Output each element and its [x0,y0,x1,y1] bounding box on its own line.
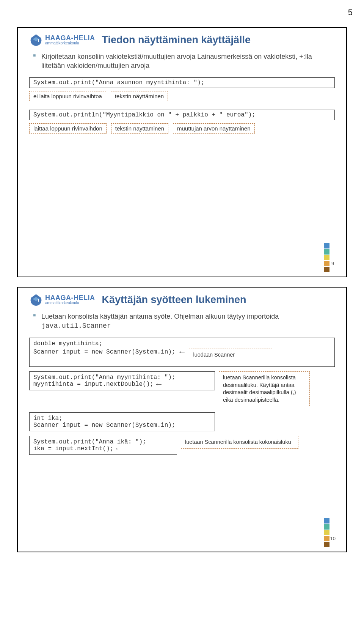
code-block: System.out.print("Anna asunnon myyntihin… [29,77,335,88]
logo: HAAGA-HELIA ammattikorkeakoulu [29,293,95,307]
bullet-text: Luetaan konsolista käyttäjän antama syöt… [41,313,279,320]
logo-sub-text: ammattikorkeakoulu [45,41,95,45]
annotation-box: ei laita loppuun rivinvaihtoa [29,91,106,101]
annotation-box: muuttujan arvon näyttäminen [173,123,254,134]
slide-header: HAAGA-HELIA ammattikorkeakoulu Käyttäjän… [29,293,335,307]
code-line: System.out.print("Anna myyntihinta: "); [33,374,211,381]
logo-icon [29,293,43,307]
code-line: ika = input.nextInt(); [33,445,113,452]
annotation-box: tekstin näyttäminen [111,91,168,101]
annotation-box: luetaan Scannerilla konsolista desimaali… [219,371,310,406]
arrow-icon: ← [114,445,123,452]
slide-number: 9 [330,261,336,266]
code-line: double myyntihinta; [33,340,331,347]
annotation-box: luodaan Scanner [189,349,272,362]
logo-main-text: HAAGA-HELIA [45,35,95,41]
bullet-item: Kirjoitetaan konsoliin vakiotekstiä/muut… [33,52,335,71]
logo-sub-text: ammattikorkeakoulu [45,301,95,305]
slide-2: HAAGA-HELIA ammattikorkeakoulu Käyttäjän… [17,287,347,552]
annotation-box: laittaa loppuun rivinvaihdon [29,123,107,134]
slide-title: Tiedon näyttäminen käyttäjälle [102,34,251,46]
code-line: Scanner input = new Scanner(System.in); [33,422,211,429]
code-block: System.out.println("Myyntipalkkio on " +… [29,110,335,120]
code-block: double myyntihinta; Scanner input = new … [29,338,335,367]
svg-rect-1 [38,299,39,302]
slide-header: HAAGA-HELIA ammattikorkeakoulu Tiedon nä… [29,33,335,47]
annotation-box: tekstin näyttäminen [111,123,168,134]
logo: HAAGA-HELIA ammattikorkeakoulu [29,33,95,47]
logo-main-text: HAAGA-HELIA [45,294,95,301]
slide-1: HAAGA-HELIA ammattikorkeakoulu Tiedon nä… [17,27,347,277]
slide-number: 10 [330,536,336,541]
slide-title: Käyttäjän syötteen lukeminen [102,294,246,306]
slide-accent-squares: 10 [324,518,336,547]
svg-rect-0 [38,39,39,42]
code-block: int ika; Scanner input = new Scanner(Sys… [29,412,215,431]
logo-icon [29,33,43,47]
page-number-top: 5 [0,0,364,17]
code-block: System.out.print("Anna myyntihinta: "); … [29,371,215,390]
bullet-item: Luetaan konsolista käyttäjän antama syöt… [33,312,335,331]
code-block: System.out.print("Anna ikä: "); ika = in… [29,436,177,455]
code-line: Scanner input = new Scanner(System.in); [33,349,175,355]
arrow-icon: ← [154,381,163,388]
arrow-icon: ← [177,349,187,355]
bullet-code: java.util.Scanner [41,322,111,330]
code-line: System.out.print("Anna ikä: "); [33,439,173,445]
code-line: myyntihinta = input.nextDouble(); [33,381,154,388]
slide-accent-squares: 9 [324,243,336,272]
code-line: int ika; [33,415,211,422]
annotation-box: luetaan Scannerilla konsolista kokonaisl… [181,436,298,449]
